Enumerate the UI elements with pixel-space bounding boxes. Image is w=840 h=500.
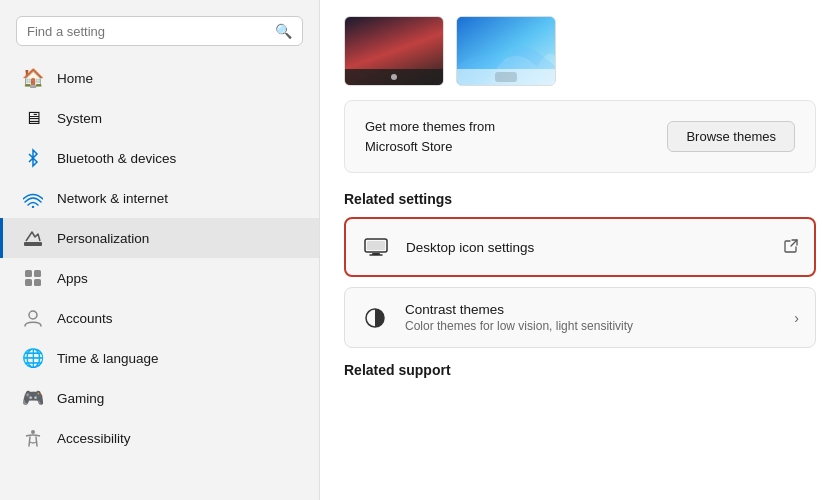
svg-rect-12 <box>367 241 385 250</box>
get-more-text: Get more themes from Microsoft Store <box>365 117 495 156</box>
sidebar-item-time[interactable]: 🌐 Time & language <box>0 338 319 378</box>
related-support-section: Related support <box>320 358 840 388</box>
sidebar-item-bluetooth[interactable]: Bluetooth & devices <box>0 138 319 178</box>
sidebar-item-label: Personalization <box>57 231 149 246</box>
sidebar-item-label: Apps <box>57 271 88 286</box>
theme-preview-win11[interactable] <box>456 16 556 86</box>
desktop-icon-settings-title: Desktop icon settings <box>406 240 768 255</box>
theme-preview-dark[interactable] <box>344 16 444 86</box>
sidebar-item-network[interactable]: Network & internet <box>0 178 319 218</box>
theme-previews <box>320 0 840 86</box>
svg-rect-2 <box>25 270 32 277</box>
sidebar-item-system[interactable]: 🖥 System <box>0 98 319 138</box>
system-icon: 🖥 <box>23 108 43 128</box>
sidebar-item-label: Accounts <box>57 311 113 326</box>
personalization-icon <box>23 228 43 248</box>
related-settings-title: Related settings <box>320 187 840 217</box>
related-settings-section: Related settings Desktop icon settings <box>320 187 840 348</box>
search-icon: 🔍 <box>275 23 292 39</box>
gaming-icon: 🎮 <box>23 388 43 408</box>
sidebar-item-label: Gaming <box>57 391 104 406</box>
svg-point-7 <box>31 430 35 434</box>
contrast-themes-subtitle: Color themes for low vision, light sensi… <box>405 319 778 333</box>
desktop-icon-settings-item[interactable]: Desktop icon settings <box>344 217 816 277</box>
bluetooth-icon <box>23 148 43 168</box>
svg-line-13 <box>791 240 797 246</box>
contrast-themes-title: Contrast themes <box>405 302 778 317</box>
svg-rect-1 <box>24 242 42 246</box>
sidebar-item-label: Time & language <box>57 351 159 366</box>
search-input[interactable] <box>27 24 267 39</box>
browse-themes-button[interactable]: Browse themes <box>667 121 795 152</box>
chevron-right-icon: › <box>794 310 799 326</box>
time-icon: 🌐 <box>23 348 43 368</box>
nav-list: 🏠 Home 🖥 System Bluetooth & devices <box>0 58 319 500</box>
search-bar[interactable]: 🔍 <box>16 16 303 46</box>
sidebar-item-label: System <box>57 111 102 126</box>
contrast-themes-item[interactable]: Contrast themes Color themes for low vis… <box>344 287 816 348</box>
sidebar: 🔍 🏠 Home 🖥 System Bluetooth & devices <box>0 0 320 500</box>
sidebar-item-personalization[interactable]: Personalization <box>0 218 319 258</box>
sidebar-item-accounts[interactable]: Accounts <box>0 298 319 338</box>
sidebar-item-accessibility[interactable]: Accessibility <box>0 418 319 458</box>
get-more-line2: Microsoft Store <box>365 137 495 157</box>
sidebar-item-label: Accessibility <box>57 431 131 446</box>
external-link-icon <box>784 239 798 256</box>
svg-point-6 <box>29 311 37 319</box>
accounts-icon <box>23 308 43 328</box>
sidebar-item-label: Bluetooth & devices <box>57 151 176 166</box>
sidebar-item-label: Network & internet <box>57 191 168 206</box>
network-icon <box>23 188 43 208</box>
related-support-title: Related support <box>320 358 840 388</box>
svg-rect-5 <box>34 279 41 286</box>
contrast-themes-content: Contrast themes Color themes for low vis… <box>405 302 778 333</box>
get-more-themes-bar: Get more themes from Microsoft Store Bro… <box>344 100 816 173</box>
accessibility-icon <box>23 428 43 448</box>
svg-rect-3 <box>34 270 41 277</box>
get-more-line1: Get more themes from <box>365 117 495 137</box>
home-icon: 🏠 <box>23 68 43 88</box>
svg-point-0 <box>32 206 34 208</box>
sidebar-item-gaming[interactable]: 🎮 Gaming <box>0 378 319 418</box>
svg-rect-4 <box>25 279 32 286</box>
apps-icon <box>23 268 43 288</box>
sidebar-item-label: Home <box>57 71 93 86</box>
desktop-icon-settings-content: Desktop icon settings <box>406 240 768 255</box>
main-content: Get more themes from Microsoft Store Bro… <box>320 0 840 500</box>
desktop-icon <box>362 233 390 261</box>
sidebar-item-apps[interactable]: Apps <box>0 258 319 298</box>
sidebar-item-home[interactable]: 🏠 Home <box>0 58 319 98</box>
contrast-themes-icon <box>361 304 389 332</box>
